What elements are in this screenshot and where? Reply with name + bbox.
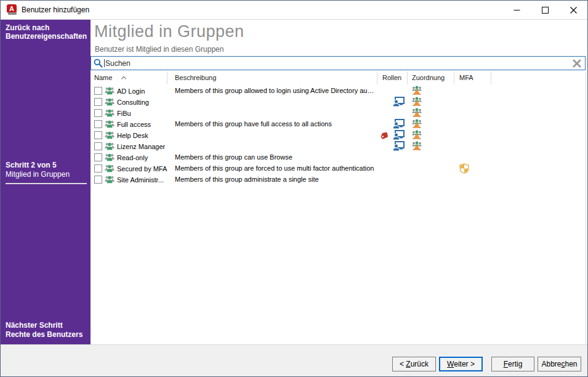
mfa-cell — [454, 85, 491, 96]
column-header-assignment[interactable]: Zuordnung — [408, 71, 454, 84]
footer-bar: < Zurück Weiter > Fertig Abbrechen — [1, 344, 587, 376]
search-icon — [94, 59, 103, 68]
mfa-cell — [454, 118, 491, 129]
next-button[interactable]: Weiter > — [439, 357, 483, 371]
table-row[interactable]: Help Desk — [91, 129, 586, 140]
group-icon — [105, 142, 115, 151]
roles-cell — [377, 96, 408, 107]
table-right-border — [586, 71, 586, 344]
role-computer-icon — [393, 119, 405, 129]
assignment-icon — [412, 108, 422, 118]
table-header: Name Beschreibung Rollen Zuordnung MFA — [91, 71, 586, 84]
table-row[interactable]: Consulting — [91, 96, 586, 107]
row-checkbox[interactable] — [94, 120, 102, 128]
roles-cell — [377, 174, 408, 185]
row-checkbox[interactable] — [94, 109, 102, 117]
assignment-icon — [412, 97, 422, 107]
column-header-mfa[interactable]: MFA — [454, 71, 491, 84]
column-header-roles[interactable]: Rollen — [377, 71, 408, 84]
table-row[interactable]: Read-only Members of this group can use … — [91, 152, 586, 163]
close-button[interactable] — [559, 1, 587, 20]
group-name: Full access — [117, 120, 151, 128]
group-description — [167, 107, 377, 118]
assignment-cell — [408, 107, 454, 118]
assignment-icon — [412, 119, 422, 129]
table-row[interactable]: Full access Members of this group have f… — [91, 118, 586, 129]
maximize-button[interactable] — [531, 1, 559, 20]
clear-search-button[interactable] — [573, 59, 581, 70]
window-title: Benutzer hinzufügen — [22, 1, 89, 20]
column-header-name[interactable]: Name — [91, 71, 167, 84]
table-row[interactable]: Secured by MFA Members of this group are… — [91, 163, 586, 174]
mfa-cell — [454, 163, 491, 174]
mfa-cell — [454, 107, 491, 118]
role-computer-icon — [393, 130, 405, 140]
group-description: Members of this group are forced to use … — [167, 163, 377, 174]
roles-cell — [377, 118, 408, 129]
group-icon — [105, 164, 115, 173]
row-checkbox[interactable] — [94, 164, 102, 172]
group-name: AD Login — [117, 87, 145, 95]
group-description: Members of this group can use Browse — [167, 152, 377, 163]
assignment-icon — [412, 130, 422, 140]
group-icon — [105, 153, 115, 162]
column-header-description[interactable]: Beschreibung — [167, 71, 377, 84]
group-icon — [105, 86, 115, 95]
group-icon — [105, 131, 115, 140]
assignment-cell — [408, 174, 454, 185]
roles-cell — [377, 140, 408, 152]
group-description — [167, 129, 377, 140]
group-description — [167, 140, 377, 152]
mfa-cell — [454, 96, 491, 107]
assignment-cell — [408, 118, 454, 129]
next-step-block: Nächster Schritt Rechte des Benutzers — [6, 321, 83, 339]
roles-cell — [377, 163, 408, 174]
assignment-cell — [408, 152, 454, 163]
minimize-button[interactable] — [502, 1, 531, 20]
table-body: AD Login Members of this group allowed t… — [91, 85, 586, 185]
minimize-icon — [513, 7, 520, 14]
mfa-shield-icon — [459, 163, 469, 174]
group-icon — [105, 97, 115, 107]
back-button[interactable]: < Zurück — [392, 357, 436, 371]
row-checkbox[interactable] — [94, 87, 102, 95]
next-step-name: Rechte des Benutzers — [6, 330, 83, 339]
row-checkbox[interactable] — [94, 131, 102, 139]
group-name: Lizenz Manager — [117, 142, 165, 150]
cancel-button[interactable]: Abbrechen — [538, 357, 581, 371]
back-to-user-properties-link[interactable]: Zurück nach Benutzereigenschaften — [6, 23, 86, 41]
group-description: Members of this group have full access t… — [167, 118, 377, 129]
table-row[interactable]: Site Administr... Members of this group … — [91, 174, 586, 185]
roles-cell — [377, 129, 408, 140]
mfa-cell — [454, 174, 491, 185]
table-row[interactable]: Lizenz Manager — [91, 140, 586, 152]
finish-button[interactable]: Fertig — [491, 357, 534, 371]
app-logo-icon: A — [7, 4, 17, 16]
assignment-cell — [408, 129, 454, 140]
assignment-icon — [412, 86, 422, 95]
search-input[interactable]: Suchen — [91, 56, 586, 70]
roles-cell — [377, 85, 408, 96]
row-checkbox[interactable] — [94, 153, 102, 161]
sort-ascending-icon — [121, 76, 126, 81]
table-row[interactable]: AD Login Members of this group allowed t… — [91, 85, 586, 96]
assignment-cell — [408, 140, 454, 152]
row-checkbox[interactable] — [94, 142, 102, 150]
group-name: Secured by MFA — [117, 164, 167, 172]
maximize-icon — [542, 7, 549, 14]
role-computer-icon — [393, 141, 405, 151]
group-name: Read-only — [117, 153, 148, 161]
app-logo-letter: A — [7, 4, 17, 13]
next-step-label: Nächster Schritt — [6, 321, 83, 330]
roles-cell — [377, 107, 408, 118]
row-checkbox[interactable] — [94, 98, 102, 106]
step-counter: Schritt 2 von 5 — [6, 161, 87, 170]
group-name: FiBu — [117, 109, 131, 117]
step-underline — [6, 183, 87, 184]
row-checkbox[interactable] — [94, 176, 102, 184]
assignment-cell — [408, 85, 454, 96]
group-name: Consulting — [117, 98, 149, 106]
assignment-icon — [412, 141, 422, 151]
table-row[interactable]: FiBu — [91, 107, 586, 118]
title-bar: A Benutzer hinzufügen — [1, 1, 587, 20]
